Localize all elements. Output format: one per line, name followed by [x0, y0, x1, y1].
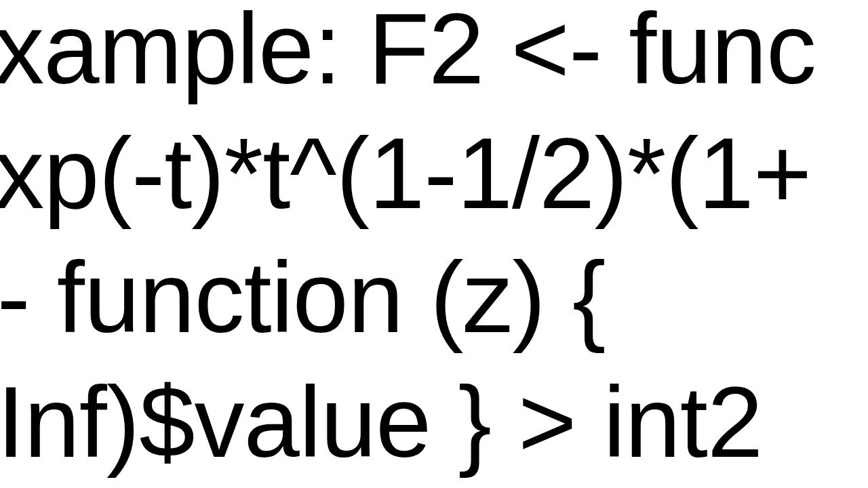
code-line-1: example: F2 <- func [0, 0, 816, 111]
code-line-4: =Inf)$value } > int2 [0, 360, 816, 485]
viewport: example: F2 <- func exp(-t)*t^(1-1/2)*(1… [0, 0, 868, 488]
code-text-block: example: F2 <- func exp(-t)*t^(1-1/2)*(1… [0, 0, 816, 484]
code-line-2: exp(-t)*t^(1-1/2)*(1+ [0, 111, 816, 236]
code-line-3: <- function (z) { [0, 235, 816, 360]
